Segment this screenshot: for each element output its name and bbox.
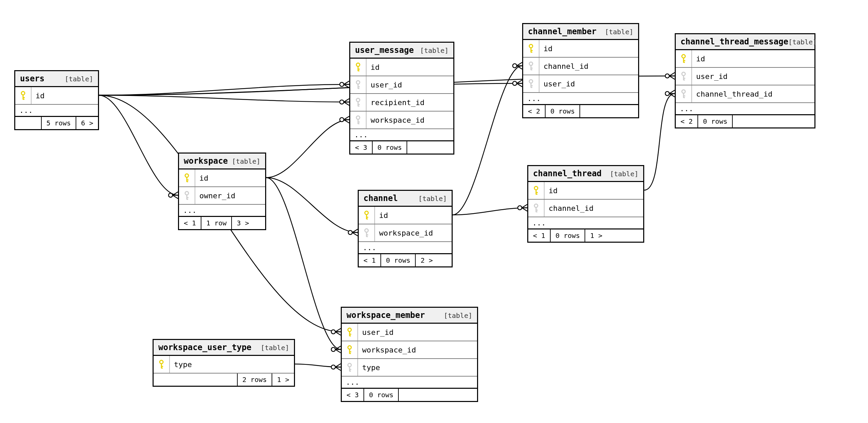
svg-point-37 [356, 116, 360, 119]
column-name: channel_thread_id [692, 90, 776, 98]
svg-point-13 [21, 92, 25, 95]
svg-point-6 [340, 118, 344, 122]
table-channel_thread[interactable]: channel_thread [table] id channel_id ...… [527, 165, 644, 243]
more-indicator: ... [523, 93, 638, 105]
footer-cell [154, 374, 238, 386]
table-footer: < 10 rows2 > [359, 254, 452, 266]
column-row: user_id [350, 76, 453, 94]
svg-point-49 [160, 360, 163, 364]
table-name: channel_thread [533, 169, 601, 178]
more-indicator: ... [359, 242, 452, 254]
primary-key-icon [355, 62, 361, 72]
footer-cell: 3 > [232, 217, 254, 229]
foreign-key-icon [355, 80, 361, 89]
table-channel[interactable]: channel [table] id workspace_id ...< 10 … [358, 190, 453, 267]
foreign-key-icon [533, 203, 539, 213]
column-row: channel_id [523, 58, 638, 75]
table-users[interactable]: users [table] id ...5 rows6 > [14, 70, 99, 130]
table-name: workspace_user_type [158, 343, 252, 352]
foreign-key-icon [184, 191, 190, 200]
table-type-label: [table] [65, 75, 93, 83]
primary-key-icon [681, 54, 686, 63]
svg-point-93 [682, 90, 685, 93]
column-row: id [350, 59, 453, 76]
column-name: user_id [539, 80, 579, 88]
svg-point-5 [665, 74, 669, 78]
table-type-label: [table] [418, 195, 447, 203]
more-indicator: ... [528, 217, 643, 229]
column-row: id [15, 87, 98, 105]
primary-key-icon [159, 360, 164, 369]
table-footer: < 11 row3 > [179, 217, 265, 229]
column-name: user_id [692, 72, 732, 81]
svg-point-0 [169, 193, 173, 197]
table-channel_thread_message[interactable]: channel_thread_message [table] id user_i… [675, 33, 815, 128]
more-indicator: ... [179, 205, 265, 217]
footer-cell: < 1 [359, 254, 381, 266]
footer-cell: 0 rows [546, 105, 580, 117]
svg-point-69 [529, 62, 533, 65]
column-row: id [528, 182, 643, 200]
table-type-label: [table] [610, 170, 638, 178]
column-name: channel_id [545, 204, 597, 213]
footer-cell [407, 141, 453, 154]
table-name: user_message [355, 45, 414, 55]
more-indicator: ... [676, 103, 814, 115]
svg-point-11 [518, 206, 522, 210]
column-name: id [375, 211, 392, 220]
column-name: user_id [367, 81, 406, 89]
column-row: channel_id [528, 200, 643, 217]
table-header: workspace_member [table] [342, 308, 477, 324]
foreign-key-icon [347, 363, 352, 372]
more-indicator: ... [342, 377, 477, 389]
column-name: id [692, 55, 709, 63]
svg-point-4 [513, 81, 517, 85]
svg-point-21 [185, 192, 189, 195]
column-row: id [523, 40, 638, 58]
table-workspace_member[interactable]: workspace_member [table] user_id workspa… [341, 307, 478, 402]
footer-cell: < 1 [179, 217, 201, 229]
svg-point-17 [185, 174, 189, 177]
footer-cell: 1 row [201, 217, 232, 229]
svg-point-41 [365, 211, 368, 215]
primary-key-icon [184, 173, 190, 183]
column-name: channel_id [539, 62, 592, 70]
footer-cell: 0 rows [364, 389, 399, 401]
footer-cell: 0 rows [373, 141, 407, 154]
footer-cell: < 1 [528, 229, 551, 242]
svg-point-89 [682, 72, 685, 76]
svg-point-7 [348, 230, 352, 235]
svg-point-1 [340, 82, 344, 86]
table-workspace[interactable]: workspace [table] id owner_id ...< 11 ro… [178, 153, 266, 230]
footer-cell: 1 > [585, 229, 607, 242]
footer-cell: 6 > [76, 117, 98, 129]
more-indicator: ... [350, 129, 453, 141]
table-channel_member[interactable]: channel_member [table] id channel_id [522, 23, 639, 118]
column-row: user_id [342, 324, 477, 341]
footer-cell: 2 rows [238, 374, 272, 386]
column-row: user_id [523, 75, 638, 93]
svg-point-9 [331, 365, 335, 369]
footer-cell: 0 rows [381, 254, 416, 266]
column-name: id [539, 44, 557, 53]
footer-cell: < 3 [350, 141, 373, 154]
column-row: id [179, 169, 265, 187]
primary-key-icon [528, 44, 534, 53]
column-name: user_id [358, 328, 398, 337]
column-row: id [359, 207, 452, 224]
footer-cell [399, 389, 477, 401]
footer-cell [580, 105, 638, 117]
table-name: channel [363, 194, 398, 203]
svg-point-73 [529, 80, 533, 83]
column-row: workspace_id [350, 112, 453, 129]
svg-point-33 [356, 98, 360, 102]
foreign-key-icon [681, 72, 686, 81]
primary-key-icon [20, 91, 26, 100]
table-user_message[interactable]: user_message [table] id user_id [349, 42, 454, 155]
table-workspace_user_type[interactable]: workspace_user_type [table] type 2 rows1… [153, 339, 295, 387]
table-footer: < 30 rows [342, 389, 477, 401]
table-name: users [20, 74, 44, 83]
footer-cell [15, 117, 42, 129]
table-type-label: [table] [420, 46, 449, 55]
column-row: user_id [676, 68, 814, 85]
